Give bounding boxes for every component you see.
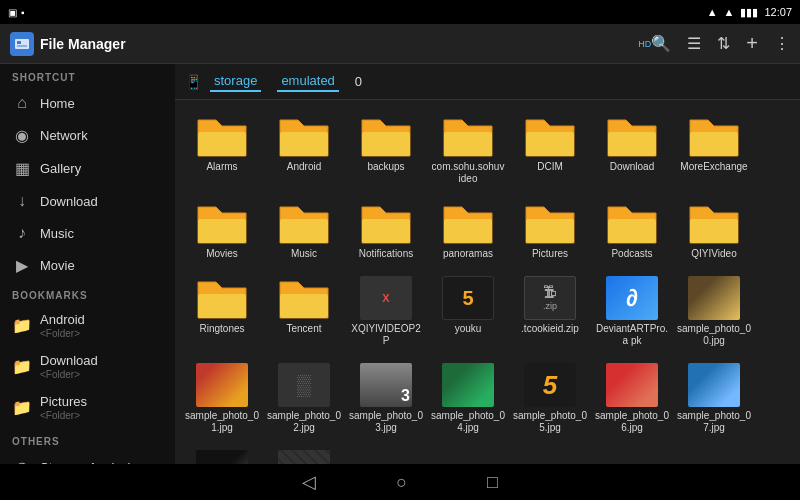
folder-icon-pictures: 📁 [12, 398, 32, 417]
file-tcookie[interactable]: 🗜 .zip .tcookieid.zip [511, 270, 589, 353]
folder-qiyivideo[interactable]: QIYIVideo [675, 195, 753, 266]
folder-alarms[interactable]: Alarms [183, 108, 261, 191]
breadcrumb-bar: 📱 storage emulated 0 [175, 64, 800, 100]
file-photo04[interactable]: sample_photo_0 4.jpg [429, 357, 507, 440]
folder-notifications[interactable]: Notifications [347, 195, 425, 266]
sidebar-network-label: Network [40, 128, 88, 143]
file-photo07[interactable]: sample_photo_0 7.jpg [675, 357, 753, 440]
sidebar-item-gallery[interactable]: ▦ Gallery [0, 152, 175, 185]
home-button[interactable]: ○ [396, 472, 407, 493]
android-bm-sub: <Folder> [40, 328, 85, 339]
folder-backups-label: backups [367, 161, 404, 173]
folder-icon-ringtones [196, 276, 248, 320]
folder-podcasts-label: Podcasts [611, 248, 652, 260]
sidebar-item-download-bm[interactable]: 📁 Download <Folder> [0, 346, 175, 387]
search-button[interactable]: 🔍 [651, 34, 671, 53]
file-photo01-label: sample_photo_0 1.jpg [185, 410, 259, 434]
folder-android-label: Android [287, 161, 321, 173]
folder-panoramas[interactable]: panoramas [429, 195, 507, 266]
file-photo06[interactable]: sample_photo_0 6.jpg [593, 357, 671, 440]
file-photo08[interactable]: ▬ sample_photo_0 8.jpg [183, 444, 261, 464]
device-icon: 📱 [185, 74, 202, 90]
folder-icon-podcasts [606, 201, 658, 245]
sidebar-movie-label: Movie [40, 258, 75, 273]
pictures-bm-sub: <Folder> [40, 410, 87, 421]
svg-rect-32 [198, 294, 246, 318]
svg-rect-12 [526, 132, 574, 156]
file-photo01[interactable]: sample_photo_0 1.jpg [183, 357, 261, 440]
folder-icon-moreexchange [688, 114, 740, 158]
svg-rect-28 [608, 219, 656, 243]
app-title-sup: HD [638, 39, 651, 49]
file-photo03[interactable]: 3 sample_photo_0 3.jpg [347, 357, 425, 440]
file-photo02-label: sample_photo_0 2.jpg [267, 410, 341, 434]
file-photo07-label: sample_photo_0 7.jpg [677, 410, 751, 434]
back-button[interactable]: ◁ [302, 471, 316, 493]
sidebar-item-movie[interactable]: ▶ Movie [0, 249, 175, 282]
folder-notifications-label: Notifications [359, 248, 413, 260]
recent-button[interactable]: □ [487, 472, 498, 493]
folder-podcasts[interactable]: Podcasts [593, 195, 671, 266]
gallery-icon: ▦ [12, 159, 32, 178]
sidebar-item-pictures-bm[interactable]: 📁 Pictures <Folder> [0, 387, 175, 428]
folder-moreexchange-label: MoreExchange [680, 161, 747, 173]
folder-qiyivideo-label: QIYIVideo [691, 248, 736, 260]
svg-rect-10 [444, 132, 492, 156]
add-button[interactable]: + [746, 32, 758, 55]
folder-pictures[interactable]: Pictures [511, 195, 589, 266]
folder-tencent[interactable]: Tencent [265, 270, 343, 353]
folder-download[interactable]: Download [593, 108, 671, 191]
folder-icon-comsohu [442, 114, 494, 158]
thumb-photo04 [442, 363, 494, 407]
music-icon: ♪ [12, 224, 32, 242]
sidebar-item-download[interactable]: ↓ Download [0, 185, 175, 217]
file-photo02[interactable]: ▒ sample_photo_0 2.jpg [265, 357, 343, 440]
file-subtle[interactable]: ZIP subtle_carbon.zi p [265, 444, 343, 464]
movie-icon: ▶ [12, 256, 32, 275]
svg-rect-20 [280, 219, 328, 243]
sidebar-item-home[interactable]: ⌂ Home [0, 87, 175, 119]
wifi-icon: ▲ [707, 6, 718, 18]
svg-rect-22 [362, 219, 410, 243]
thumb-photo02: ▒ [278, 363, 330, 407]
folder-backups[interactable]: backups [347, 108, 425, 191]
svg-rect-16 [690, 132, 738, 156]
sidebar-item-network[interactable]: ◉ Network [0, 119, 175, 152]
folder-movies[interactable]: Movies [183, 195, 261, 266]
folder-music[interactable]: Music [265, 195, 343, 266]
more-button[interactable]: ⋮ [774, 34, 790, 53]
thumb-tcookie: 🗜 .zip [524, 276, 576, 320]
folder-icon-dcim [524, 114, 576, 158]
folder-alarms-label: Alarms [206, 161, 237, 173]
list-view-button[interactable]: ☰ [687, 34, 701, 53]
file-photo06-label: sample_photo_0 6.jpg [595, 410, 669, 434]
sidebar-item-android-bm[interactable]: 📁 Android <Folder> [0, 305, 175, 346]
sort-button[interactable]: ⇅ [717, 34, 730, 53]
status-left: ▣ ▪ [8, 7, 25, 18]
file-photo04-label: sample_photo_0 4.jpg [431, 410, 505, 434]
file-youku[interactable]: 5 youku [429, 270, 507, 353]
file-photo00-label: sample_photo_0 0.jpg [677, 323, 751, 347]
folder-music-label: Music [291, 248, 317, 260]
folder-ringtones[interactable]: Ringtones [183, 270, 261, 353]
breadcrumb-emulated[interactable]: emulated [277, 71, 338, 92]
top-bar: File Manager HD 🔍 ☰ ⇅ + ⋮ [0, 24, 800, 64]
file-xqiyi[interactable]: X XQIYlVIDEOP2P [347, 270, 425, 353]
folder-icon-android [278, 114, 330, 158]
folder-comsohu[interactable]: com.sohu.sohuv ideo [429, 108, 507, 191]
sidebar-item-storage-analysis[interactable]: ◑ Storage Analysis [0, 451, 175, 464]
folder-moreexchange[interactable]: MoreExchange [675, 108, 753, 191]
breadcrumb-storage[interactable]: storage [210, 71, 261, 92]
file-photo00[interactable]: sample_photo_0 0.jpg [675, 270, 753, 353]
others-label: OTHERS [0, 428, 175, 451]
file-xqiyi-label: XQIYlVIDEOP2P [349, 323, 423, 347]
folder-icon-music [278, 201, 330, 245]
download-bm-sub: <Folder> [40, 369, 98, 380]
folder-dcim[interactable]: DCIM [511, 108, 589, 191]
file-photo05[interactable]: 5 sample_photo_0 5.jpg [511, 357, 589, 440]
sidebar-item-music[interactable]: ♪ Music [0, 217, 175, 249]
folder-icon-download: 📁 [12, 357, 32, 376]
folder-android[interactable]: Android [265, 108, 343, 191]
app-icon-small: ▣ [8, 7, 17, 18]
file-deviantart[interactable]: ∂ DeviantARTPro.a pk [593, 270, 671, 353]
